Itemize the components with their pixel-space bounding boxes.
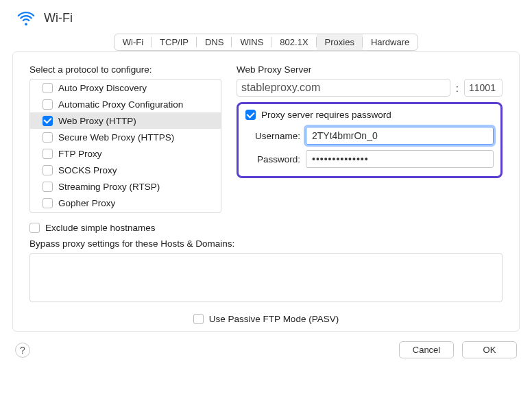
proxy-port-input[interactable]: [464, 79, 503, 97]
checkbox-icon[interactable]: [43, 165, 53, 175]
protocol-rtsp[interactable]: Streaming Proxy (RTSP): [30, 178, 221, 195]
pasv-checkbox[interactable]: [193, 314, 204, 324]
protocol-auto-discovery[interactable]: Auto Proxy Discovery: [30, 79, 221, 96]
tab-bar: Wi-Fi TCP/IP DNS WINS 802.1X Proxies Har…: [114, 34, 419, 51]
window-title: Wi-Fi: [44, 11, 73, 25]
checkbox-icon[interactable]: [43, 83, 53, 93]
checkbox-icon[interactable]: [43, 116, 53, 126]
tab-dns[interactable]: DNS: [197, 34, 232, 50]
password-input[interactable]: [306, 150, 494, 168]
checkbox-icon[interactable]: [43, 132, 53, 143]
checkbox-icon[interactable]: [43, 198, 53, 208]
ok-button[interactable]: OK: [462, 341, 517, 358]
protocol-ftp[interactable]: FTP Proxy: [30, 145, 221, 162]
tab-wins[interactable]: WINS: [232, 34, 271, 50]
proxy-server-input[interactable]: [237, 79, 450, 97]
requires-password-checkbox[interactable]: [245, 110, 256, 120]
protocol-gopher[interactable]: Gopher Proxy: [30, 195, 221, 211]
protocol-auto-config[interactable]: Automatic Proxy Configuration: [30, 96, 221, 112]
password-label: Password:: [245, 154, 300, 164]
bypass-label: Bypass proxy settings for these Hosts & …: [29, 238, 503, 249]
protocol-section-label: Select a protocol to configure:: [29, 64, 221, 75]
bypass-textarea[interactable]: [29, 253, 503, 302]
tab-tcpip[interactable]: TCP/IP: [152, 34, 197, 50]
pasv-label: Use Passive FTP Mode (PASV): [209, 314, 339, 324]
protocol-label: Gopher Proxy: [58, 198, 115, 208]
tab-hardware[interactable]: Hardware: [363, 34, 418, 50]
tab-wifi[interactable]: Wi-Fi: [114, 34, 152, 50]
tab-proxies[interactable]: Proxies: [317, 34, 363, 50]
protocol-label: Secure Web Proxy (HTTPS): [58, 132, 174, 143]
protocol-list[interactable]: Auto Proxy Discovery Automatic Proxy Con…: [29, 79, 221, 213]
server-port-separator: :: [456, 82, 459, 94]
help-button[interactable]: ?: [15, 343, 30, 358]
protocol-socks[interactable]: SOCKS Proxy: [30, 162, 221, 178]
checkbox-icon[interactable]: [43, 149, 53, 159]
window-header: Wi-Fi: [12, 8, 520, 27]
server-label: Web Proxy Server: [237, 64, 503, 75]
auth-highlight-box: Proxy server requires password Username:…: [237, 102, 503, 178]
protocol-web-http[interactable]: Web Proxy (HTTP): [30, 112, 221, 129]
exclude-hostnames-label: Exclude simple hostnames: [45, 223, 156, 233]
checkbox-icon[interactable]: [43, 99, 53, 110]
exclude-hostnames-checkbox[interactable]: [29, 223, 40, 233]
protocol-secure-https[interactable]: Secure Web Proxy (HTTPS): [30, 129, 221, 145]
username-label: Username:: [245, 131, 300, 141]
cancel-button[interactable]: Cancel: [399, 341, 454, 358]
protocol-label: Streaming Proxy (RTSP): [58, 182, 160, 192]
protocol-label: Automatic Proxy Configuration: [58, 99, 183, 110]
protocol-label: FTP Proxy: [58, 149, 102, 159]
protocol-label: Web Proxy (HTTP): [58, 116, 136, 126]
protocol-label: SOCKS Proxy: [58, 165, 117, 175]
tab-8021x[interactable]: 802.1X: [271, 34, 316, 50]
requires-password-label: Proxy server requires password: [261, 110, 391, 120]
username-input[interactable]: [306, 127, 494, 145]
wifi-icon: [16, 8, 36, 27]
checkbox-icon[interactable]: [43, 182, 53, 192]
protocol-label: Auto Proxy Discovery: [58, 83, 147, 93]
